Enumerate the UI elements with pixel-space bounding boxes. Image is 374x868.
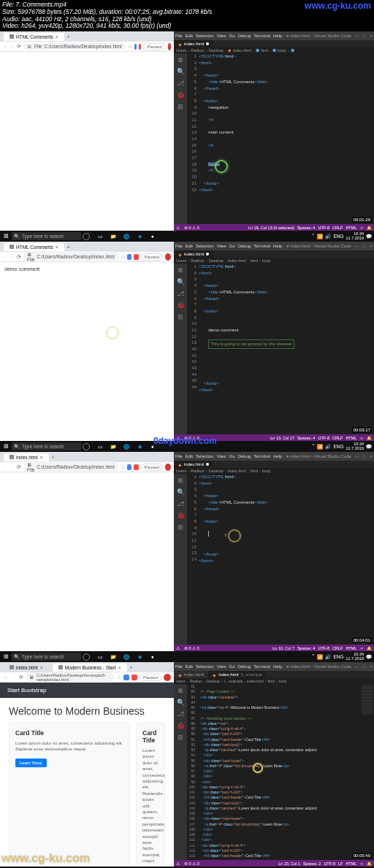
encoding[interactable]: UTF-8	[318, 226, 329, 230]
back-button[interactable]: ←	[3, 44, 8, 49]
paused-badge[interactable]: Paused	[143, 43, 165, 50]
language-indicator[interactable]: ENG	[333, 234, 343, 239]
menu-selection[interactable]: Selection	[196, 34, 214, 38]
search-icon: 🔍	[14, 234, 20, 239]
taskbar-apps: ▭ 📁 🌐 ◈ ●	[94, 232, 159, 240]
code-content[interactable]: <!DOCTYPE html> <html> <head> <title>HTM…	[199, 53, 374, 224]
tab-label: index.html	[184, 42, 204, 46]
navbar-brand[interactable]: Start Bootstrap	[7, 687, 46, 694]
tray-chevron[interactable]: ˄	[312, 234, 315, 239]
forward-button[interactable]: →	[10, 254, 15, 259]
address-bar[interactable]: 🗎 File C:/Users/Radkov/Desktop/index.htm…	[23, 43, 126, 50]
browser-viewport: demo comment	[0, 262, 174, 441]
profile-avatar[interactable]	[165, 253, 171, 261]
extensions-icon[interactable]: ⊞	[177, 103, 184, 110]
problems-icon[interactable]: ⚠	[176, 226, 180, 230]
cortana-icon[interactable]	[83, 443, 90, 450]
window-controls: ─ □ ×	[356, 34, 373, 38]
reload-button[interactable]: ⟳	[17, 254, 21, 260]
bookmark-icon[interactable]: ☆	[121, 254, 125, 260]
network-icon[interactable]: 📶	[317, 234, 323, 239]
learn-more-button[interactable]: Learn More	[15, 758, 47, 767]
browser-viewport	[0, 52, 174, 231]
menu-view[interactable]: View	[217, 34, 226, 38]
activity-bar: 🗎 🔍 ⎇ 🐞 ⊞	[174, 53, 187, 224]
back-button[interactable]: ←	[3, 254, 8, 259]
taskbar-search[interactable]: 🔍Type here to search	[12, 442, 81, 450]
cortana-icon[interactable]	[83, 233, 90, 240]
minimap[interactable]	[361, 684, 374, 860]
video-timestamp: 00:01:29	[352, 217, 372, 223]
extension-icon[interactable]	[134, 254, 138, 260]
tab-close-icon[interactable]: ×	[56, 245, 58, 250]
maximize-icon[interactable]: □	[363, 34, 366, 38]
menu-help[interactable]: Help	[273, 34, 282, 38]
extension-icon[interactable]	[139, 44, 141, 50]
new-tab-button[interactable]: +	[67, 34, 70, 39]
new-tab-button[interactable]: +	[67, 245, 70, 250]
watermark-cgku: www.cg-ku.com	[1, 852, 90, 865]
extension-icon[interactable]	[127, 254, 131, 260]
code-editor[interactable]: 12345678910111213141516171819202122 <!DO…	[187, 53, 374, 224]
volume-icon[interactable]: 🔊	[325, 234, 331, 239]
explorer-icon[interactable]: 🗎	[177, 56, 184, 64]
notifications-icon[interactable]: 🔔	[367, 226, 372, 230]
card-title: Card Title	[15, 729, 123, 737]
vscode-app[interactable]: ◈	[134, 232, 145, 240]
tab-title: HTML Comments	[16, 34, 53, 39]
tab-close-icon[interactable]: ×	[56, 34, 58, 39]
debug-icon[interactable]: 🐞	[177, 91, 184, 99]
window-title: ● index.html - Visual Studio Code	[286, 34, 351, 38]
forward-button[interactable]: →	[10, 44, 15, 49]
start-button[interactable]: ⊞	[0, 233, 12, 239]
menu-terminal[interactable]: Terminal	[253, 34, 270, 38]
explorer-icon[interactable]: 🗎	[177, 266, 184, 274]
browser-tab[interactable]: HTML Comments ×	[4, 243, 64, 251]
minimize-icon[interactable]: ─	[356, 34, 359, 38]
search-placeholder: Type here to search	[22, 234, 64, 239]
tab-favicon	[9, 34, 14, 39]
editor-tabs: ◆ index.html	[174, 40, 374, 47]
close-icon[interactable]: ×	[370, 34, 373, 38]
demo-text: demo comment	[4, 266, 39, 272]
menu-file[interactable]: File	[175, 34, 183, 38]
browser-tab[interactable]: HTML Comments ×	[4, 33, 64, 41]
menu-debug[interactable]: Debug	[238, 34, 251, 38]
source-control-icon[interactable]: ⎇	[177, 80, 184, 87]
spaces[interactable]: Spaces: 4	[297, 226, 315, 230]
cursor-position[interactable]: Ln 18, Col 13 (9 selected)	[248, 226, 294, 230]
search-icon[interactable]: 🔍	[177, 68, 184, 75]
action-center-icon[interactable]: 💬	[366, 234, 372, 239]
vscode-titlebar: File Edit Selection View Go Debug Termin…	[174, 31, 374, 40]
bookmark-icon[interactable]: ☆	[128, 44, 132, 50]
clock[interactable]: 10:3411.7.2019	[346, 232, 364, 240]
bootstrap-navbar: Start Bootstrap	[0, 683, 174, 698]
search-icon[interactable]: 🔍	[177, 278, 184, 285]
panel-2: HTML Comments × + ← → ⟳ 🗎 FileC:/Users/R…	[0, 242, 374, 441]
breadcrumb[interactable]: Users› Radkov› Desktop› ◆index.html› ⬢ht…	[174, 47, 374, 53]
extensions-icon[interactable]: ⊞	[177, 313, 184, 320]
menu-edit[interactable]: Edit	[186, 34, 193, 38]
error-count[interactable]: ⊘ 0 ⚠ 0	[184, 226, 199, 230]
menu-go[interactable]: Go	[229, 34, 235, 38]
debug-icon[interactable]: 🐞	[177, 302, 184, 309]
feedback-icon[interactable]: ☺	[359, 226, 364, 230]
chrome-app[interactable]: 🌐	[121, 232, 132, 240]
video-timestamp: 00:03:17	[352, 427, 372, 433]
language[interactable]: HTML	[346, 226, 356, 230]
eol[interactable]: CRLF	[332, 226, 343, 230]
url-text: C:/Users/Radkov/Desktop/index.html	[44, 44, 121, 49]
app-icon[interactable]: ●	[147, 232, 159, 240]
reload-button[interactable]: ⟳	[17, 44, 21, 50]
paused-badge[interactable]: Paused	[141, 253, 163, 261]
source-control-icon[interactable]: ⎇	[177, 290, 184, 297]
editor-tab[interactable]: ◆ index.html	[174, 40, 213, 47]
taskbar-search[interactable]: 🔍 Type here to search	[12, 232, 81, 240]
explorer-app[interactable]: 📁	[107, 232, 119, 240]
profile-avatar[interactable]	[168, 43, 171, 50]
extension-icon[interactable]	[134, 44, 137, 50]
address-bar[interactable]: 🗎 FileC:/Users/Radkov/Desktop/index.html	[23, 251, 118, 263]
start-button[interactable]: ⊞	[0, 443, 12, 450]
cursor-highlight	[106, 326, 119, 339]
task-view-icon[interactable]: ▭	[94, 232, 106, 240]
